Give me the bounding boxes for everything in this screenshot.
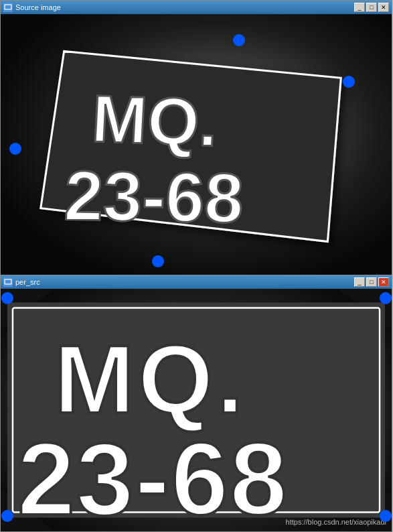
source-window-controls[interactable]: _ □ ✕ <box>354 3 389 12</box>
perspective-titlebar[interactable]: per_src _ □ ✕ <box>1 275 392 289</box>
per-maximize-button[interactable]: □ <box>366 277 377 287</box>
plate-text-mq: MQ. <box>90 81 220 160</box>
per-corner-dot-tl <box>1 292 13 304</box>
plate-text-mq-corrected: MQ. <box>54 325 247 434</box>
corner-dot-bottom <box>152 255 164 267</box>
perspective-window-controls[interactable]: _ □ ✕ <box>354 277 389 287</box>
per-corner-dot-tr <box>380 292 392 304</box>
source-image-window: Source image _ □ ✕ <box>0 0 392 276</box>
per-corner-dot-bl <box>1 510 13 522</box>
svg-text:MQ.: MQ. <box>90 81 220 160</box>
corner-dot-left <box>9 143 21 155</box>
perspective-content: MQ. 23-68 https://blog.csdn.net/xiaopika… <box>1 289 392 531</box>
corner-dot-right <box>343 76 355 88</box>
watermark: https://blog.csdn.net/xiaopikadi <box>286 518 386 526</box>
plate-text-numbers: 23-68 <box>63 155 244 237</box>
minimize-button[interactable]: _ <box>354 3 365 12</box>
source-titlebar[interactable]: Source image _ □ ✕ <box>1 1 392 14</box>
svg-text:23-68: 23-68 <box>63 155 244 237</box>
plate-text-numbers-corrected: 23-68 <box>17 421 289 531</box>
window-icon <box>3 3 13 12</box>
source-scene: MQ. 23-68 <box>1 14 392 275</box>
perspective-scene: MQ. 23-68 https://blog.csdn.net/xiaopika… <box>1 289 392 531</box>
corner-dot-top <box>233 34 245 46</box>
perspective-plate-svg: MQ. 23-68 <box>1 289 392 531</box>
maximize-button[interactable]: □ <box>366 3 377 12</box>
source-plate-svg: MQ. 23-68 <box>1 14 392 275</box>
per-minimize-button[interactable]: _ <box>354 277 365 287</box>
source-content: MQ. 23-68 <box>1 14 392 275</box>
close-button[interactable]: ✕ <box>378 3 389 12</box>
perspective-window: per_src _ □ ✕ <box>0 275 392 532</box>
source-title: Source image <box>15 3 351 11</box>
per-window-icon <box>3 277 13 287</box>
per-corner-dot-br <box>380 510 392 522</box>
per-close-button[interactable]: ✕ <box>378 277 389 287</box>
perspective-title: per_src <box>15 278 351 286</box>
